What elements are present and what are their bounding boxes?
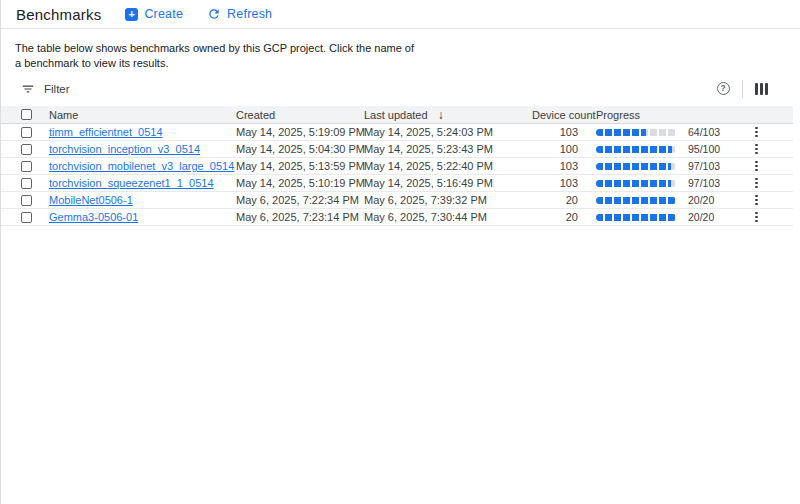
header-device-count[interactable]: Device count	[532, 109, 584, 121]
row-checkbox[interactable]	[21, 212, 32, 223]
benchmark-name-link[interactable]: torchvision_inception_v3_0514	[49, 143, 200, 155]
description-line-2: a benchmark to view its results.	[15, 57, 168, 69]
device-count-cell: 20	[532, 211, 584, 223]
filter-button[interactable]: Filter	[21, 82, 70, 96]
filter-icon	[21, 82, 35, 96]
description-line-1: The table below shows benchmarks owned b…	[15, 42, 414, 54]
kebab-menu-icon[interactable]	[753, 193, 760, 208]
table-row[interactable]: timm_efficientnet_0514 May 14, 2025, 5:1…	[1, 124, 793, 141]
device-count-cell: 100	[532, 143, 584, 155]
kebab-menu-icon[interactable]	[753, 176, 760, 191]
created-cell: May 6, 2025, 7:23:14 PM	[236, 211, 364, 223]
benchmark-name-link[interactable]: timm_efficientnet_0514	[49, 126, 163, 138]
toolbar-divider	[742, 80, 743, 98]
header-created[interactable]: Created	[236, 109, 364, 121]
device-count-cell: 103	[532, 160, 584, 172]
filter-button-label: Filter	[44, 83, 70, 95]
refresh-button-label: Refresh	[227, 7, 272, 21]
progress-label: 64/103	[688, 126, 720, 138]
last-updated-cell: May 6, 2025, 7:39:32 PM	[364, 194, 532, 206]
benchmark-name-link[interactable]: torchvision_mobilenet_v3_large_0514	[49, 160, 234, 172]
progress-cell: 20/20	[584, 211, 748, 223]
progress-cell: 64/103	[584, 126, 748, 138]
kebab-menu-icon[interactable]	[753, 210, 760, 225]
create-button[interactable]: + Create	[125, 7, 183, 21]
column-display-icon[interactable]	[755, 83, 769, 95]
benchmark-name-link[interactable]: torchvision_squeezenet1_1_0514	[49, 177, 214, 189]
refresh-icon	[207, 7, 221, 21]
progress-label: 97/103	[688, 177, 720, 189]
progress-label: 20/20	[688, 211, 714, 223]
filter-toolbar: Filter ?	[1, 78, 800, 99]
sort-descending-icon[interactable]: ↓	[438, 108, 444, 122]
created-cell: May 14, 2025, 5:10:19 PM	[236, 177, 364, 189]
progress-bar	[596, 146, 676, 153]
device-count-cell: 103	[532, 126, 584, 138]
row-checkbox[interactable]	[21, 161, 32, 172]
progress-bar	[596, 214, 676, 221]
kebab-menu-icon[interactable]	[753, 125, 760, 140]
header-last-updated-label: Last updated	[364, 109, 428, 121]
created-cell: May 6, 2025, 7:22:34 PM	[236, 194, 364, 206]
device-count-cell: 103	[532, 177, 584, 189]
progress-bar	[596, 129, 676, 136]
page-description: The table below shows benchmarks owned b…	[15, 41, 800, 71]
select-all-checkbox[interactable]	[21, 109, 32, 120]
last-updated-cell: May 14, 2025, 5:16:49 PM	[364, 177, 532, 189]
page-header: Benchmarks + Create Refresh	[1, 0, 800, 29]
table-row[interactable]: torchvision_inception_v3_0514 May 14, 20…	[1, 141, 793, 158]
created-cell: May 14, 2025, 5:04:30 PM	[236, 143, 364, 155]
create-button-label: Create	[144, 7, 183, 21]
refresh-button[interactable]: Refresh	[207, 7, 272, 21]
last-updated-cell: May 6, 2025, 7:30:44 PM	[364, 211, 532, 223]
last-updated-cell: May 14, 2025, 5:24:03 PM	[364, 126, 532, 138]
toolbar-right-actions: ?	[717, 80, 769, 98]
benchmark-name-link[interactable]: Gemma3-0506-01	[49, 211, 138, 223]
row-checkbox[interactable]	[21, 127, 32, 138]
row-checkbox[interactable]	[21, 144, 32, 155]
table-row[interactable]: torchvision_squeezenet1_1_0514 May 14, 2…	[1, 175, 793, 192]
table-header-row: Name Created Last updated ↓ Device count…	[1, 106, 793, 124]
progress-label: 97/103	[688, 160, 720, 172]
benchmarks-table: Name Created Last updated ↓ Device count…	[1, 106, 793, 226]
benchmark-name-link[interactable]: MobileNet0506-1	[49, 194, 133, 206]
kebab-menu-icon[interactable]	[753, 159, 760, 174]
progress-label: 95/100	[688, 143, 720, 155]
progress-bar	[596, 197, 676, 204]
progress-cell: 97/103	[584, 160, 748, 172]
progress-cell: 20/20	[584, 194, 748, 206]
progress-label: 20/20	[688, 194, 714, 206]
progress-bar	[596, 163, 676, 170]
table-row[interactable]: Gemma3-0506-01 May 6, 2025, 7:23:14 PM M…	[1, 209, 793, 226]
created-cell: May 14, 2025, 5:19:09 PM	[236, 126, 364, 138]
row-checkbox[interactable]	[21, 178, 32, 189]
table-row[interactable]: torchvision_mobilenet_v3_large_0514 May …	[1, 158, 793, 175]
header-progress[interactable]: Progress	[584, 109, 748, 121]
header-name[interactable]: Name	[49, 109, 236, 121]
help-icon[interactable]: ?	[717, 82, 730, 95]
created-cell: May 14, 2025, 5:13:59 PM	[236, 160, 364, 172]
kebab-menu-icon[interactable]	[753, 142, 760, 157]
progress-cell: 95/100	[584, 143, 748, 155]
last-updated-cell: May 14, 2025, 5:22:40 PM	[364, 160, 532, 172]
progress-bar	[596, 180, 676, 187]
page-title: Benchmarks	[16, 6, 101, 23]
table-row[interactable]: MobileNet0506-1 May 6, 2025, 7:22:34 PM …	[1, 192, 793, 209]
row-checkbox[interactable]	[21, 195, 32, 206]
device-count-cell: 20	[532, 194, 584, 206]
header-last-updated[interactable]: Last updated ↓	[364, 108, 532, 122]
progress-cell: 97/103	[584, 177, 748, 189]
last-updated-cell: May 14, 2025, 5:23:43 PM	[364, 143, 532, 155]
plus-icon: +	[125, 8, 138, 21]
